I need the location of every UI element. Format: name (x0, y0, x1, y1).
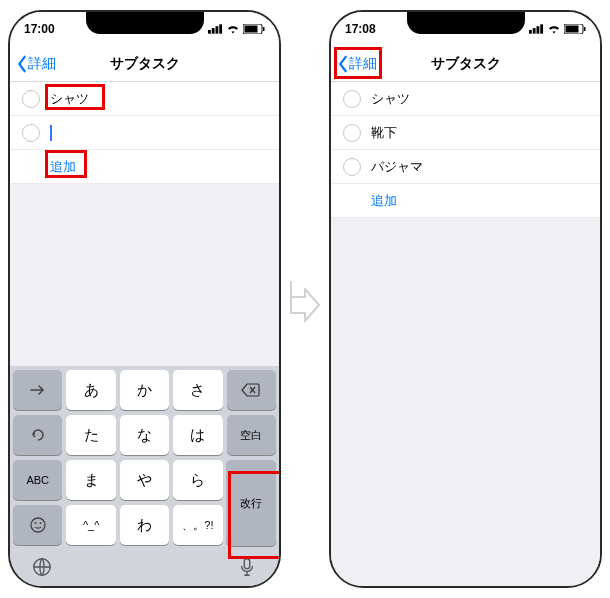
key-punct[interactable]: 、。?! (173, 505, 222, 545)
checkbox-icon[interactable] (22, 124, 40, 142)
battery-icon (564, 24, 586, 34)
status-indicators (208, 24, 265, 34)
backspace-icon (241, 383, 261, 397)
wifi-icon (226, 24, 240, 34)
svg-point-9 (39, 522, 41, 524)
svg-rect-18 (584, 27, 586, 31)
svg-rect-0 (208, 30, 211, 34)
task-row[interactable]: シャツ (10, 82, 279, 116)
svg-rect-6 (263, 27, 265, 31)
task-row[interactable]: 靴下 (331, 116, 600, 150)
task-row[interactable]: シャツ (331, 82, 600, 116)
phone-left: 17:00 詳細 サブタスク シャツ (8, 10, 281, 588)
chevron-left-icon (16, 55, 28, 73)
nav-bar: 詳細 サブタスク (10, 46, 279, 82)
smiley-icon (29, 516, 47, 534)
wifi-icon (547, 24, 561, 34)
status-time: 17:08 (345, 22, 376, 36)
transition-arrow-icon (287, 271, 323, 327)
key-na[interactable]: な (120, 415, 169, 455)
task-label: シャツ (371, 90, 588, 108)
back-label: 詳細 (349, 55, 377, 73)
keyboard-toolbar (13, 550, 276, 586)
key-space[interactable]: 空白 (227, 415, 276, 455)
status-indicators (529, 24, 586, 34)
empty-area (10, 184, 279, 366)
key-ya[interactable]: や (120, 460, 169, 500)
nav-bar: 詳細 サブタスク (331, 46, 600, 82)
svg-rect-17 (566, 26, 579, 33)
chevron-left-icon (337, 55, 349, 73)
key-ka[interactable]: か (120, 370, 169, 410)
keyboard: あ か さ た な は 空白 ABC ま や ら 改行 (10, 366, 279, 586)
task-input-row[interactable] (10, 116, 279, 150)
task-row[interactable]: パジャマ (331, 150, 600, 184)
key-ra[interactable]: ら (173, 460, 222, 500)
checkbox-icon[interactable] (343, 124, 361, 142)
signal-icon (529, 24, 544, 34)
phone-right: 17:08 詳細 サブタスク シャツ 靴下 (329, 10, 602, 588)
svg-rect-15 (540, 24, 543, 33)
key-arrow[interactable] (13, 370, 62, 410)
checkbox-icon[interactable] (22, 90, 40, 108)
task-label: 靴下 (371, 124, 588, 142)
empty-area (331, 218, 600, 586)
back-label: 詳細 (28, 55, 56, 73)
svg-point-8 (34, 522, 36, 524)
key-emoji[interactable] (13, 505, 62, 545)
new-task-input[interactable] (52, 125, 268, 140)
status-time: 17:00 (24, 22, 55, 36)
globe-icon[interactable] (31, 556, 53, 578)
key-kaomoji[interactable]: ^_^ (66, 505, 115, 545)
task-label: パジャマ (371, 158, 588, 176)
signal-icon (208, 24, 223, 34)
notch (86, 12, 204, 34)
svg-rect-5 (245, 26, 258, 33)
add-label: 追加 (50, 158, 76, 176)
add-button[interactable]: 追加 (10, 150, 279, 184)
svg-rect-2 (216, 26, 219, 34)
add-button[interactable]: 追加 (331, 184, 600, 218)
key-wa[interactable]: わ (120, 505, 169, 545)
key-return[interactable]: 改行 (226, 460, 276, 546)
nav-title: サブタスク (110, 55, 180, 73)
svg-rect-12 (529, 30, 532, 34)
add-label: 追加 (371, 192, 397, 210)
arrow-right-icon (29, 384, 47, 396)
key-backspace[interactable] (227, 370, 276, 410)
back-button[interactable]: 詳細 (337, 55, 377, 73)
svg-rect-3 (219, 24, 222, 33)
svg-rect-14 (537, 26, 540, 34)
key-sa[interactable]: さ (173, 370, 222, 410)
svg-rect-1 (212, 28, 215, 34)
notch (407, 12, 525, 34)
task-label: シャツ (50, 90, 267, 108)
key-ma[interactable]: ま (66, 460, 115, 500)
battery-icon (243, 24, 265, 34)
key-a[interactable]: あ (66, 370, 115, 410)
svg-point-7 (31, 518, 45, 532)
undo-icon (30, 427, 46, 443)
key-undo[interactable] (13, 415, 62, 455)
svg-rect-11 (244, 559, 250, 569)
task-list: シャツ 追加 (10, 82, 279, 184)
key-abc[interactable]: ABC (13, 460, 62, 500)
checkbox-icon[interactable] (343, 90, 361, 108)
key-ta[interactable]: た (66, 415, 115, 455)
task-list: シャツ 靴下 パジャマ 追加 (331, 82, 600, 218)
back-button[interactable]: 詳細 (16, 55, 56, 73)
mic-icon[interactable] (236, 556, 258, 578)
svg-rect-13 (533, 28, 536, 34)
key-ha[interactable]: は (173, 415, 222, 455)
nav-title: サブタスク (431, 55, 501, 73)
checkbox-icon[interactable] (343, 158, 361, 176)
